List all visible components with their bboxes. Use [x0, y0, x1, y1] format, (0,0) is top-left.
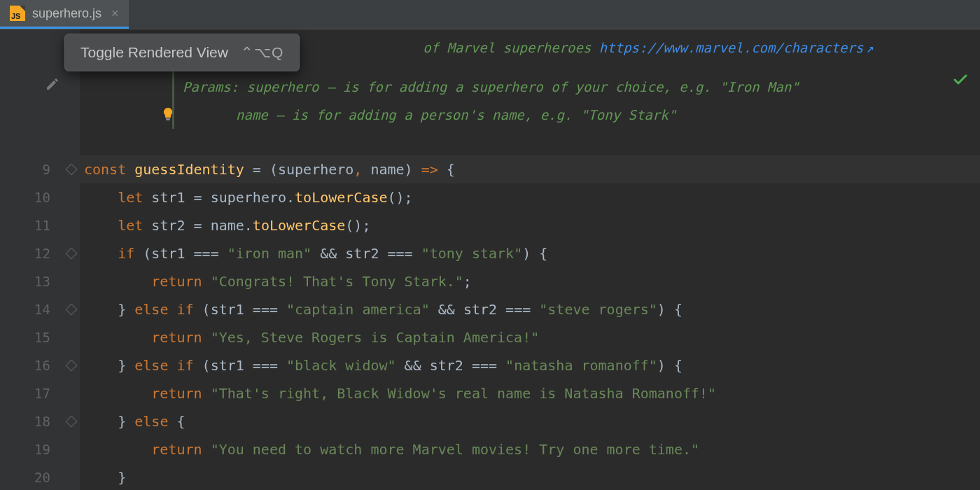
code-line[interactable]: } else if (str1 === "captain america" &&…: [80, 295, 980, 323]
code-line[interactable]: } else if (str1 === "black widow" && str…: [80, 351, 980, 379]
code-line[interactable]: let str2 = name.toLowerCase();: [80, 211, 980, 239]
line-number: 14: [0, 295, 50, 323]
fold-marker-icon[interactable]: [66, 164, 78, 176]
action-tooltip[interactable]: Toggle Rendered View ⌃⌥Q: [64, 34, 300, 71]
jsdoc-link[interactable]: https://www.marvel.com/characters: [599, 40, 864, 55]
tooltip-shortcut: ⌃⌥Q: [241, 44, 284, 61]
fold-marker-icon[interactable]: [66, 304, 78, 316]
line-number: 19: [0, 435, 50, 463]
line-number-gutter: 9 10 11 12 13 14 15 16 17 18 19 20: [0, 29, 63, 490]
code-line[interactable]: const guessIdentity = (superhero, name) …: [80, 155, 980, 183]
js-file-icon: JS: [10, 6, 25, 21]
fold-marker-icon[interactable]: [66, 360, 78, 372]
fold-column: [63, 29, 80, 490]
line-number: 10: [0, 183, 50, 211]
code-line[interactable]: return "Congrats! That's Tony Stark.";: [80, 267, 980, 295]
jsdoc-param: name – is for adding a person's name, e.…: [236, 107, 676, 122]
tab-bar: JS superhero.js ×: [0, 0, 980, 29]
line-number: 13: [0, 267, 50, 295]
code-line[interactable]: return "Yes, Steve Rogers is Captain Ame…: [80, 323, 980, 351]
line-number: 9: [0, 155, 50, 183]
external-link-icon: ↗: [866, 40, 874, 55]
code-line[interactable]: return "You need to watch more Marvel mo…: [80, 435, 980, 463]
file-tab[interactable]: JS superhero.js ×: [0, 0, 129, 29]
inspection-ok-icon[interactable]: [952, 71, 969, 92]
line-number: 11: [0, 211, 50, 239]
toggle-render-gutter-icon[interactable]: [45, 76, 60, 94]
jsdoc-params-label: Params:: [183, 79, 239, 94]
line-number: 18: [0, 407, 50, 435]
intention-bulb-icon[interactable]: [162, 107, 174, 122]
line-number: 15: [0, 323, 50, 351]
fold-marker-icon[interactable]: [66, 248, 78, 260]
line-number: 12: [0, 239, 50, 267]
line-number: 20: [0, 463, 50, 490]
line-number: 16: [0, 351, 50, 379]
editor[interactable]: 9 10 11 12 13 14 15 16 17 18 19 20 xxxxx…: [0, 29, 980, 490]
tooltip-label: Toggle Rendered View: [80, 44, 228, 61]
code-line[interactable]: } else {: [80, 407, 980, 435]
code-line[interactable]: if (str1 === "iron man" && str2 === "ton…: [80, 239, 980, 267]
code-area[interactable]: xxxxxxxxxxxxxxxxxxxxxxxxxxxxx of Marvel …: [80, 29, 980, 490]
line-number: 17: [0, 379, 50, 407]
tab-filename: superhero.js: [32, 6, 102, 21]
jsdoc-param: superhero – is for adding a superhero of…: [239, 79, 799, 94]
svg-rect-0: [166, 118, 170, 120]
code-line[interactable]: return "That's right, Black Widow's real…: [80, 379, 980, 407]
code-line[interactable]: let str1 = superhero.toLowerCase();: [80, 183, 980, 211]
close-tab-icon[interactable]: ×: [111, 6, 119, 21]
code-line[interactable]: }: [80, 463, 980, 490]
fold-marker-icon[interactable]: [66, 416, 78, 428]
